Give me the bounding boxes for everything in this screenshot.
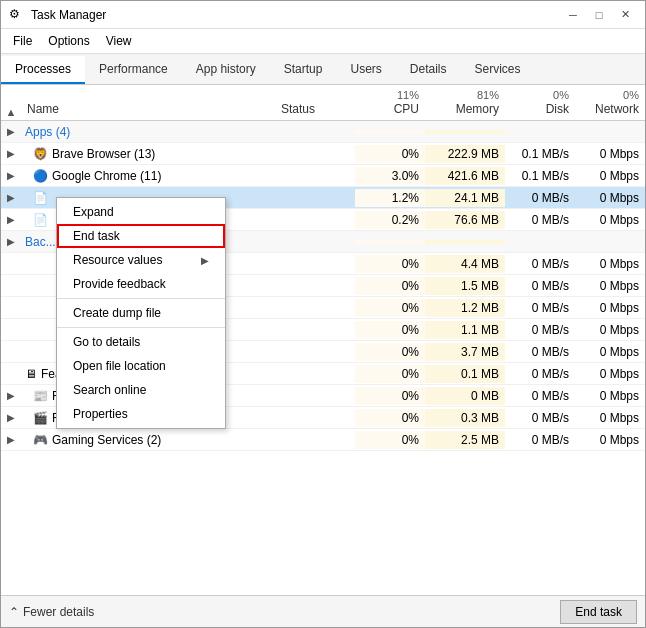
table-header: ▲ Name Status 11% CPU 81% Memory 0% Disk… — [1, 85, 645, 121]
maximize-button[interactable]: □ — [587, 5, 611, 25]
tab-details[interactable]: Details — [396, 56, 461, 84]
ctx-provide-feedback[interactable]: Provide feedback — [57, 272, 225, 296]
menu-bar: File Options View — [1, 29, 645, 54]
table-row[interactable]: ▶ 🎮 Gaming Services (2) 0% 2.5 MB 0 MB/s… — [1, 429, 645, 451]
ctx-resource-values[interactable]: Resource values ▶ — [57, 248, 225, 272]
app-icon-selected: 📄 — [33, 191, 48, 205]
context-menu: Expand End task Resource values ▶ Provid… — [56, 197, 226, 429]
app-icon-4: 📄 — [33, 213, 48, 227]
content-area: ▲ Name Status 11% CPU 81% Memory 0% Disk… — [1, 85, 645, 595]
col-header-net[interactable]: 0% Network — [575, 85, 645, 120]
ctx-expand[interactable]: Expand — [57, 200, 225, 224]
ctx-search-online[interactable]: Search online — [57, 378, 225, 402]
app-icon-films: 🎬 — [33, 411, 48, 425]
tab-app-history[interactable]: App history — [182, 56, 270, 84]
ctx-properties[interactable]: Properties — [57, 402, 225, 426]
col-header-cpu[interactable]: 11% CPU — [355, 85, 425, 120]
chevron-up-icon: ⌃ — [9, 605, 19, 619]
app-icon-feeds: 📰 — [33, 389, 48, 403]
ctx-separator — [57, 298, 225, 299]
app-icon: ⚙ — [9, 7, 25, 23]
title-bar: ⚙ Task Manager ─ □ ✕ — [1, 1, 645, 29]
tab-services[interactable]: Services — [461, 56, 535, 84]
sort-col: ▲ — [1, 104, 21, 120]
app-icon-brave: 🦁 — [33, 147, 48, 161]
menu-options[interactable]: Options — [40, 31, 97, 51]
col-header-disk[interactable]: 0% Disk — [505, 85, 575, 120]
group-name: Apps (4) — [21, 123, 275, 141]
sort-arrow-icon: ▲ — [6, 106, 17, 118]
table-row[interactable]: ▶ Apps (4) — [1, 121, 645, 143]
close-button[interactable]: ✕ — [613, 5, 637, 25]
expand-icon[interactable]: ▶ — [1, 236, 21, 247]
tab-startup[interactable]: Startup — [270, 56, 337, 84]
title-bar-controls: ─ □ ✕ — [561, 5, 637, 25]
app-icon-chrome: 🔵 — [33, 169, 48, 183]
table-row[interactable]: ▶ 🔵 Google Chrome (11) 3.0% 421.6 MB 0.1… — [1, 165, 645, 187]
fewer-details-button[interactable]: ⌃ Fewer details — [9, 605, 94, 619]
menu-file[interactable]: File — [5, 31, 40, 51]
tab-performance[interactable]: Performance — [85, 56, 182, 84]
col-header-name[interactable]: Name — [21, 98, 275, 120]
app-icon-features: 🖥 — [25, 367, 37, 381]
expand-icon[interactable]: ▶ — [1, 126, 21, 137]
ctx-end-task[interactable]: End task — [57, 224, 225, 248]
title-bar-left: ⚙ Task Manager — [9, 7, 106, 23]
col-header-status[interactable]: Status — [275, 98, 355, 120]
col-header-mem[interactable]: 81% Memory — [425, 85, 505, 120]
app-icon-gaming: 🎮 — [33, 433, 48, 447]
tab-processes[interactable]: Processes — [1, 56, 85, 84]
submenu-arrow-icon: ▶ — [201, 255, 209, 266]
task-manager-window: ⚙ Task Manager ─ □ ✕ File Options View P… — [0, 0, 646, 628]
ctx-open-file-location[interactable]: Open file location — [57, 354, 225, 378]
ctx-create-dump[interactable]: Create dump file — [57, 301, 225, 325]
end-task-button[interactable]: End task — [560, 600, 637, 624]
tab-bar: Processes Performance App history Startu… — [1, 54, 645, 85]
table-row[interactable]: ▶ 🦁 Brave Browser (13) 0% 222.9 MB 0.1 M… — [1, 143, 645, 165]
tab-users[interactable]: Users — [336, 56, 395, 84]
bottom-bar: ⌃ Fewer details End task — [1, 595, 645, 627]
ctx-go-to-details[interactable]: Go to details — [57, 330, 225, 354]
menu-view[interactable]: View — [98, 31, 140, 51]
window-title: Task Manager — [31, 8, 106, 22]
ctx-separator-2 — [57, 327, 225, 328]
minimize-button[interactable]: ─ — [561, 5, 585, 25]
